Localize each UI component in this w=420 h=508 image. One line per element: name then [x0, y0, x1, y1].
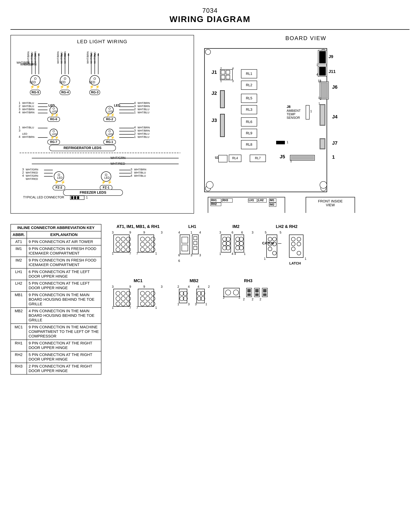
svg-text:RG-6: RG-6 [50, 118, 57, 121]
svg-text:J7: J7 [332, 140, 338, 146]
abbr-mb1: MB1 [11, 291, 27, 307]
table-row: AT1 9 PIN CONNECTION AT AIR TOWER [11, 238, 101, 245]
connector-svg-at1: 3 9 9 3 [108, 230, 168, 265]
svg-text:⚡: ⚡ [55, 113, 59, 117]
svg-rect-193 [319, 67, 326, 75]
svg-text:1: 1 [177, 302, 179, 306]
svg-text:3: 3 [22, 168, 24, 171]
svg-rect-433 [263, 293, 267, 296]
svg-text:LED: LED [114, 104, 120, 107]
svg-text:RG-2: RG-2 [106, 118, 113, 121]
svg-text:VIEW: VIEW [326, 203, 335, 207]
connector-im2: IM2 3 6 6 3 1 [217, 224, 255, 266]
svg-text:2: 2 [19, 105, 20, 108]
svg-text:WHT/BLU: WHT/BLU [138, 108, 149, 111]
svg-text:2: 2 [243, 298, 245, 301]
svg-rect-233 [320, 105, 325, 125]
connector-lh1: LH1 4 1 4 6 [175, 224, 210, 266]
connector-mb2: MB2 2 4 4 2 1 3 [175, 278, 213, 320]
svg-text:4: 4 [19, 135, 20, 139]
svg-text:RL4: RL4 [232, 156, 238, 160]
led-wiring-title: LED LIGHT WIRING [14, 39, 190, 45]
svg-text:6: 6 [241, 231, 243, 234]
explanation-mb1: 9 PIN CONNECTION IN THE MAIN BOARD HOUSI… [27, 291, 101, 307]
svg-text:WHT/BRN: WHT/BRN [138, 129, 150, 132]
svg-text:⚡: ⚡ [106, 113, 110, 117]
svg-text:RL9: RL9 [246, 131, 252, 135]
table-title: INLINE CONNECTOR ABBREVIATION KEY [11, 224, 101, 231]
svg-text:WHT/BLU: WHT/BLU [22, 101, 34, 105]
svg-text:3: 3 [219, 231, 221, 234]
svg-text:O: O [109, 107, 111, 110]
table-row: RH1 9 PIN CONNECTION AT THE RIGHT DOOR U… [11, 340, 101, 351]
explanation-rh2: 5 PIN CONNECTION AT THE RIGHT DOOR UPPER… [27, 351, 101, 363]
svg-text:LED: LED [52, 110, 57, 113]
svg-text:RH1: RH1 [211, 199, 217, 202]
svg-text:WHT/BLU: WHT/BLU [134, 171, 146, 174]
svg-rect-323 [192, 235, 198, 254]
connector-row-2: MC1 3 9 9 3 [108, 278, 410, 320]
svg-text:WHT/BRN: WHT/BRN [138, 101, 150, 105]
svg-text:2: 2 [134, 132, 136, 135]
svg-text:WHT/BLU: WHT/BLU [60, 52, 63, 64]
connector-row-1: AT1, IM1, MB1, & RH1 3 9 9 3 [108, 224, 410, 269]
led-wiring-svg: 3 2 4 WHT/BRN WHT/BLU WHT/BRN O LED [14, 46, 189, 200]
svg-rect-413 [197, 289, 204, 303]
svg-text:⚡: ⚡ [65, 84, 70, 89]
abbr-im2: IM2 [11, 257, 27, 268]
svg-text:WHT/BRN: WHT/BRN [134, 168, 146, 171]
svg-text:3: 3 [112, 231, 114, 234]
svg-text:⚡: ⚡ [106, 135, 110, 140]
svg-rect-406 [179, 289, 187, 303]
svg-text:WHT/BLU: WHT/BLU [134, 174, 146, 177]
svg-text:⚡: ⚡ [36, 84, 41, 89]
table-row: MC1 9 PIN CONNECTION IN THE MACHINE COMP… [11, 324, 101, 340]
table-row: MB2 4 PIN CONNECTION IN THE MAIN BOARD H… [11, 307, 101, 324]
svg-rect-220 [221, 91, 224, 108]
svg-text:4: 4 [232, 252, 233, 256]
svg-text:1: 1 [220, 80, 222, 82]
svg-text:WHT/BLU: WHT/BLU [138, 135, 149, 138]
svg-text:LED: LED [108, 110, 113, 113]
svg-text:1: 1 [316, 63, 318, 67]
connector-label-mc1: MC1 [108, 278, 168, 283]
abbreviation-table: INLINE CONNECTOR ABBREVIATION KEY ABBR. … [10, 224, 101, 374]
abbr-lh1: LH1 [11, 268, 27, 280]
svg-text:O: O [58, 173, 60, 177]
svg-text:3: 3 [161, 285, 163, 288]
svg-text:1: 1 [19, 101, 20, 105]
svg-text:2: 2 [239, 296, 240, 299]
svg-text:4: 4 [197, 285, 199, 288]
svg-rect-190 [319, 51, 326, 63]
svg-text:9: 9 [129, 231, 131, 234]
svg-rect-213 [321, 82, 327, 98]
svg-text:WHT/BLU: WHT/BLU [138, 111, 149, 114]
explanation-mb2: 4 PIN CONNECTION IN THE MAIN BOARD HOUSI… [27, 307, 101, 324]
svg-text:1: 1 [190, 231, 192, 234]
svg-text:3: 3 [19, 108, 20, 111]
connector-mc1: MC1 3 9 9 3 [108, 278, 168, 320]
svg-text:9: 9 [129, 285, 131, 288]
svg-text:WHT/BRN: WHT/BRN [57, 52, 59, 64]
connector-svg-lh1: 4 1 4 6 3 3 [175, 230, 210, 265]
table-row: RH2 5 PIN CONNECTION AT THE RIGHT DOOR U… [11, 351, 101, 363]
svg-text:J9: J9 [329, 54, 333, 59]
svg-text:3: 3 [19, 129, 20, 132]
svg-text:3: 3 [195, 302, 197, 306]
svg-text:1: 1 [205, 302, 207, 306]
svg-text:LH1: LH1 [249, 199, 254, 202]
header: 7034 WIRING DIAGRAM [10, 7, 410, 24]
svg-text:O: O [109, 130, 111, 133]
led-wiring-box: LED LIGHT WIRING 3 2 4 WHT/BRN WHT/BLU [10, 35, 194, 214]
svg-text:⚡: ⚡ [95, 84, 100, 89]
svg-text:WHT/RED: WHT/RED [26, 177, 38, 180]
svg-text:WHT/BLU: WHT/BLU [138, 132, 149, 135]
svg-text:1: 1 [134, 135, 136, 139]
explanation-at1: 9 PIN CONNECTION AT AIR TOWER [27, 238, 101, 245]
connector-svg-mc1: 3 9 9 3 1 [108, 285, 168, 320]
svg-text:2: 2 [223, 296, 224, 299]
svg-text:3: 3 [112, 285, 114, 288]
svg-text:LED: LED [89, 81, 95, 84]
svg-text:3: 3 [134, 105, 136, 108]
svg-text:7: 7 [129, 252, 131, 255]
